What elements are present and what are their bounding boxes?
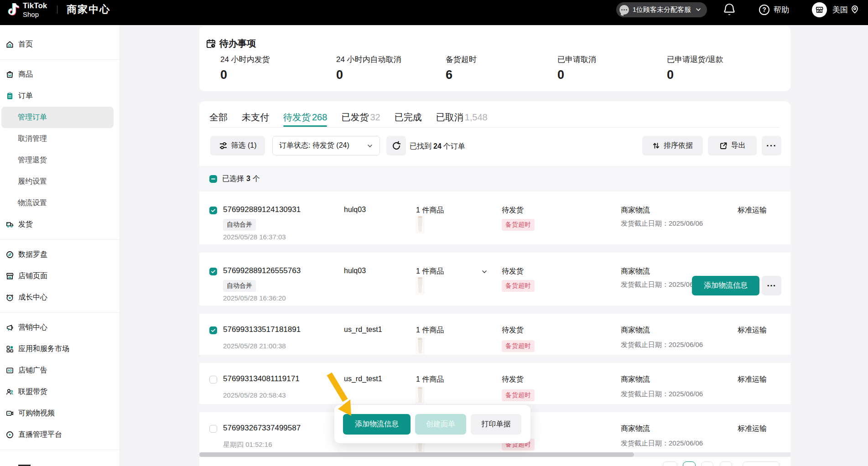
- order-buyer[interactable]: hulq03: [344, 206, 366, 214]
- sidebar-item-label: 直播管理平台: [18, 430, 62, 440]
- help-menu[interactable]: ? 帮助: [759, 5, 789, 15]
- filter-label: 筛选 (1): [231, 141, 257, 150]
- order-buyer[interactable]: us_rd_test1: [344, 375, 382, 383]
- todo-stat-value[interactable]: 0: [336, 68, 343, 82]
- order-deadline: 发货截止日期：2025/06/06: [621, 341, 703, 349]
- sidebar-item-店铺页面[interactable]: 店铺页面: [0, 265, 120, 287]
- order-status: 待发货: [502, 206, 524, 215]
- order-time: 2025/05/28 16:36:20: [223, 294, 286, 302]
- sidebar-divider: [0, 239, 120, 240]
- status-dropdown-value: 订单状态: 待发货 (24): [279, 141, 349, 150]
- horizontal-scrollbar-thumb[interactable]: [199, 452, 634, 457]
- order-buyer[interactable]: hulq03: [344, 267, 366, 275]
- ads-icon: AD: [6, 367, 14, 374]
- filter-button[interactable]: 筛选 (1): [210, 136, 265, 155]
- select-all-checkbox[interactable]: [209, 175, 217, 183]
- home-icon: [6, 41, 14, 48]
- pagination-button[interactable]: [743, 461, 780, 466]
- customer-service-pill[interactable]: 1位顾客未分配客服: [616, 2, 707, 17]
- todo-stat-value[interactable]: 0: [557, 68, 564, 82]
- notification-bell-icon[interactable]: [723, 3, 735, 16]
- order-id[interactable]: 576992889126555763: [223, 266, 301, 275]
- pagination-button[interactable]: [720, 461, 732, 466]
- row-checkbox[interactable]: [209, 207, 217, 214]
- row-more-button[interactable]: ···: [762, 276, 781, 295]
- row-separator: [199, 244, 790, 253]
- order-product-count: 1 件商品: [416, 206, 444, 215]
- sidebar-item-数据罗盘[interactable]: 数据罗盘: [0, 244, 120, 265]
- order-id[interactable]: 576993134081119171: [223, 374, 300, 383]
- affiliate-icon: [6, 388, 14, 396]
- order-id[interactable]: 576993267337499587: [223, 424, 301, 433]
- add-logistics-button[interactable]: 添加物流信息: [343, 414, 411, 435]
- sidebar-item-可购物视频[interactable]: 可购物视频: [0, 403, 120, 424]
- refresh-button[interactable]: [386, 136, 406, 155]
- sidebar-item-联盟带货[interactable]: 联盟带货: [0, 381, 120, 403]
- sidebar-subitem-物流设置[interactable]: 物流设置: [0, 192, 120, 214]
- todo-card: 待办事项 24 小时内发货024 小时内自动取消0备货超时6已申请取消0已申请退…: [199, 26, 790, 91]
- export-label: 导出: [731, 141, 746, 150]
- order-row: 5769931335171818912025/05/28 21:00:38us_…: [199, 314, 790, 355]
- sidebar-subitem-管理订单[interactable]: 管理订单: [1, 107, 114, 128]
- sidebar-item-商品[interactable]: 商品: [0, 64, 120, 85]
- filter-icon: [219, 141, 228, 150]
- todo-stat-value[interactable]: 6: [446, 68, 452, 82]
- product-thumbnail[interactable]: [416, 215, 425, 233]
- order-buyer[interactable]: us_rd_test1: [344, 326, 382, 334]
- sidebar-item-订单[interactable]: 订单: [0, 85, 120, 107]
- row-checkbox[interactable]: [209, 376, 217, 383]
- svg-text:AD: AD: [8, 369, 12, 372]
- more-actions-button[interactable]: ···: [762, 136, 781, 155]
- order-id[interactable]: 576993133517181891: [223, 325, 301, 334]
- pagination-button[interactable]: [663, 461, 677, 466]
- row-checkbox[interactable]: [209, 268, 217, 275]
- live-icon: [6, 431, 14, 439]
- tab-label: 已完成: [395, 112, 422, 122]
- order-time: 2025/05/28 16:37:03: [223, 233, 286, 241]
- product-thumbnail[interactable]: [416, 337, 425, 355]
- sort-button[interactable]: 排序依据: [642, 136, 703, 155]
- tab-count: 1,548: [465, 112, 488, 122]
- create-label-button-disabled[interactable]: 创建面单: [415, 414, 466, 435]
- row-checkbox[interactable]: [209, 425, 217, 433]
- shop-avatar: [812, 2, 827, 17]
- sidebar-item-发货[interactable]: 发货: [0, 214, 120, 235]
- orders-card: 全部未支付待发货268已发货32已完成已取消1,548 筛选 (1) 订单状态:…: [199, 101, 790, 466]
- pagination-current-page[interactable]: [683, 461, 696, 466]
- sidebar-divider: [0, 450, 120, 450]
- print-document-button[interactable]: 打印单据: [471, 414, 521, 435]
- order-id[interactable]: 576992889124130931: [223, 205, 301, 214]
- export-button[interactable]: 导出: [708, 136, 757, 155]
- order-status-dropdown[interactable]: 订单状态: 待发货 (24): [272, 136, 380, 155]
- product-thumbnail[interactable]: [416, 276, 425, 295]
- order-product-count: 1 件商品: [416, 326, 444, 335]
- row-checkbox[interactable]: [209, 326, 217, 334]
- order-shipping-type: 标准运输: [738, 206, 767, 215]
- todo-stat-value[interactable]: 0: [220, 68, 227, 82]
- row-actions-popup: 添加物流信息 创建面单 打印单据: [334, 405, 530, 443]
- order-shipping-type: 标准运输: [738, 424, 767, 434]
- chevron-down-icon[interactable]: [481, 269, 488, 275]
- sidebar-item-成长中心[interactable]: 成长中心: [0, 287, 120, 308]
- order-time: 星期四 01:52:16: [223, 440, 272, 449]
- tiktok-shop-logo[interactable]: TikTok Shop: [23, 2, 47, 18]
- todo-stat-value[interactable]: 0: [667, 68, 674, 82]
- order-product-count: 1 件商品: [416, 375, 444, 384]
- sidebar-item-应用和服务市场[interactable]: 应用和服务市场: [0, 338, 120, 360]
- sidebar-item-直播管理平台[interactable]: 直播管理平台: [0, 424, 120, 445]
- product-thumbnail[interactable]: [416, 386, 425, 404]
- sidebar-subitem-管理退货[interactable]: 管理退货: [0, 150, 120, 171]
- sidebar-subitem-取消管理[interactable]: 取消管理: [0, 128, 120, 150]
- sidebar-item-店铺广告[interactable]: AD店铺广告: [0, 360, 120, 381]
- todo-stat-label: 24 小时内发货: [220, 54, 270, 65]
- logo-line2: Shop: [23, 11, 47, 18]
- sidebar-subitem-履约设置[interactable]: 履约设置: [0, 171, 120, 192]
- sidebar-item-首页[interactable]: 首页: [0, 34, 120, 55]
- region-menu[interactable]: 美国: [812, 2, 859, 17]
- tab-count: 32: [370, 112, 380, 122]
- add-logistics-button[interactable]: 添加物流信息: [692, 276, 759, 295]
- sidebar-item-营销中心[interactable]: 营销中心: [0, 317, 120, 338]
- todo-stat-label: 24 小时内自动取消: [336, 54, 401, 65]
- pagination-button[interactable]: [701, 461, 713, 466]
- order-row: 5769931340811191712025/05/28 20:58:43us_…: [199, 363, 790, 404]
